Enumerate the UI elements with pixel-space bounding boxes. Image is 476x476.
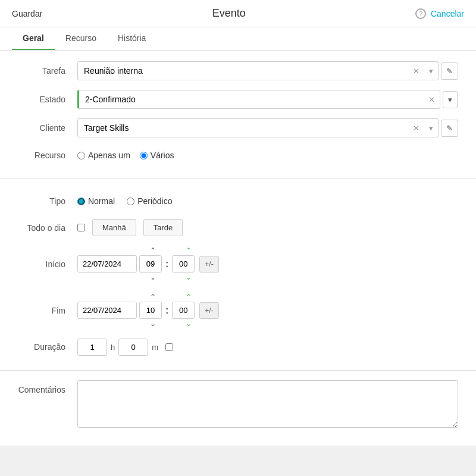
page-title: Evento xyxy=(212,7,246,20)
recurso-radio-varios[interactable] xyxy=(140,152,148,159)
inicio-hour-spinner xyxy=(139,255,162,273)
time-colon-fim: : xyxy=(164,305,170,316)
fim-minute-down[interactable]: ⌄ xyxy=(183,319,194,328)
tabs-bar: Geral Recurso História xyxy=(0,27,476,51)
comments-row: Comentários xyxy=(18,380,458,428)
form-section-main: Tarefa ✕ ▾ ✎ Estado ✕ ▾ xyxy=(0,51,476,174)
tipo-radio-periodico[interactable] xyxy=(127,198,134,205)
fim-hour-down[interactable]: ⌄ xyxy=(148,319,158,328)
form-section-timing: Tipo Normal Periódico Todo o dia xyxy=(0,182,476,367)
tipo-label: Tipo xyxy=(18,196,77,206)
fim-hour-input[interactable] xyxy=(139,302,162,319)
todo-dia-group: Manhã Tarde xyxy=(77,219,183,236)
recurso-varios-label: Vários xyxy=(151,151,174,160)
estado-clear-icon[interactable]: ✕ xyxy=(424,92,440,108)
tipo-radio-group: Normal Periódico xyxy=(77,196,173,206)
inicio-hour-down-spacer: ⌄ xyxy=(142,273,164,282)
inicio-plusminus-button[interactable]: +/- xyxy=(199,256,218,273)
divider-2 xyxy=(0,370,476,371)
cancel-button[interactable]: Cancelar xyxy=(431,9,464,18)
tarefa-row: Tarefa ✕ ▾ ✎ xyxy=(18,57,458,85)
tipo-row: Tipo Normal Periódico xyxy=(18,188,458,214)
fim-hour-down-spacer: ⌄ xyxy=(142,319,164,328)
tarefa-control: ✕ ▾ ✎ xyxy=(77,61,458,80)
inicio-minute-spinner xyxy=(172,255,195,273)
fim-control: ⌃ ⌃ : xyxy=(77,292,458,329)
cliente-input[interactable] xyxy=(78,119,408,137)
tarefa-edit-button[interactable]: ✎ xyxy=(441,62,458,80)
cliente-row: Cliente ✕ ▾ ✎ xyxy=(18,114,458,142)
recurso-row: Recurso Apenas um Vários xyxy=(18,142,458,168)
save-button[interactable]: Guardar xyxy=(12,9,42,18)
fim-minute-input[interactable] xyxy=(172,302,195,319)
estado-row: Estado ✕ ▾ xyxy=(18,85,458,114)
duracao-row: Duração h m xyxy=(18,334,458,361)
fim-row: Fim ⌃ ⌃ xyxy=(18,287,458,334)
todo-dia-checkbox[interactable] xyxy=(77,224,85,231)
fim-min-down-spacer: ⌄ xyxy=(177,319,200,328)
fim-minute-up[interactable]: ⌃ xyxy=(183,292,194,302)
estado-input[interactable] xyxy=(79,90,424,108)
tarefa-clear-icon[interactable]: ✕ xyxy=(408,63,424,79)
duracao-m-label: m xyxy=(152,343,158,352)
fim-hour-up[interactable]: ⌃ xyxy=(148,292,158,302)
recurso-apenas-um[interactable]: Apenas um xyxy=(77,151,130,160)
duracao-minutes-input[interactable] xyxy=(118,339,148,356)
estado-label: Estado xyxy=(18,95,77,104)
inicio-down-arrows: ⌄ ⌄ xyxy=(142,273,200,282)
cliente-dropdown-icon[interactable]: ▾ xyxy=(424,120,438,136)
cliente-clear-icon[interactable]: ✕ xyxy=(408,120,424,136)
tipo-periodico[interactable]: Periódico xyxy=(127,196,172,206)
comments-textarea[interactable] xyxy=(77,380,458,428)
inicio-hour-up[interactable]: ⌃ xyxy=(148,246,158,255)
fim-hour-up-spacer: ⌃ xyxy=(142,292,164,302)
recurso-apenas-um-label: Apenas um xyxy=(88,151,130,160)
inicio-hour-down[interactable]: ⌄ xyxy=(148,273,158,282)
inicio-min-up-spacer: ⌃ xyxy=(177,246,200,255)
duracao-control: h m xyxy=(77,339,458,356)
fim-date-input[interactable] xyxy=(77,302,137,319)
tarefa-dropdown-icon[interactable]: ▾ xyxy=(424,63,438,79)
cliente-edit-button[interactable]: ✎ xyxy=(441,120,458,137)
recurso-radio-group: Apenas um Vários xyxy=(77,151,174,160)
estado-dropdown-button[interactable]: ▾ xyxy=(443,91,458,108)
cliente-control: ✕ ▾ ✎ xyxy=(77,118,458,137)
help-icon[interactable]: ? xyxy=(415,8,426,19)
inicio-time-group: ⌃ ⌃ : xyxy=(77,246,219,283)
time-colon-inicio: : xyxy=(164,259,170,270)
duracao-hours-input[interactable] xyxy=(77,339,107,356)
recurso-varios[interactable]: Vários xyxy=(140,151,174,160)
tipo-periodico-label: Periódico xyxy=(137,196,172,206)
fim-minute-spinner xyxy=(172,302,195,319)
fim-plusminus-button[interactable]: +/- xyxy=(199,302,218,319)
tab-recurso[interactable]: Recurso xyxy=(55,27,107,50)
fim-up-arrows: ⌃ ⌃ xyxy=(142,292,200,302)
tarefa-input[interactable] xyxy=(78,62,408,80)
estado-control: ✕ ▾ xyxy=(77,90,458,109)
manha-button[interactable]: Manhã xyxy=(92,219,136,236)
tab-historia[interactable]: História xyxy=(107,27,156,50)
tipo-control: Normal Periódico xyxy=(77,196,458,206)
fim-time-group: ⌃ ⌃ : xyxy=(77,292,219,329)
tipo-normal[interactable]: Normal xyxy=(77,196,115,206)
inicio-hour-input[interactable] xyxy=(139,255,162,273)
inicio-hour-up-spacer: ⌃ xyxy=(142,246,164,255)
tab-geral[interactable]: Geral xyxy=(12,27,55,50)
inicio-min-down-spacer: ⌄ xyxy=(177,273,200,282)
inicio-minute-up[interactable]: ⌃ xyxy=(183,246,194,255)
fim-down-arrows: ⌄ ⌄ xyxy=(142,319,200,328)
inicio-minute-down[interactable]: ⌄ xyxy=(183,273,194,282)
header: Guardar Evento ? Cancelar xyxy=(0,0,476,27)
inicio-minute-input[interactable] xyxy=(172,255,195,273)
tarde-button[interactable]: Tarde xyxy=(143,219,183,236)
cliente-input-group: ✕ ▾ xyxy=(77,118,439,137)
tarefa-input-group: ✕ ▾ xyxy=(77,61,439,80)
recurso-radio-apenas-um[interactable] xyxy=(77,152,85,159)
fim-label: Fim xyxy=(18,306,77,315)
duracao-label: Duração xyxy=(18,342,77,352)
recurso-control: Apenas um Vários xyxy=(77,151,458,160)
tipo-radio-normal[interactable] xyxy=(77,198,85,205)
tipo-normal-label: Normal xyxy=(88,196,115,206)
duracao-checkbox[interactable] xyxy=(165,343,173,351)
inicio-date-input[interactable] xyxy=(77,255,137,273)
